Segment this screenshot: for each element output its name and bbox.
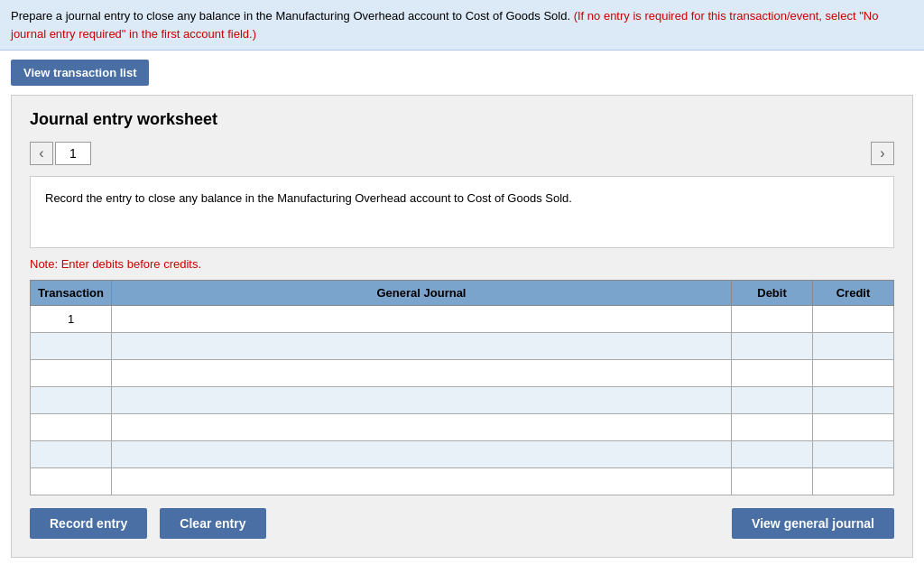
cell-debit[interactable] [732,387,813,414]
toolbar: View transaction list [0,51,924,95]
cell-transaction [31,333,112,360]
credit-input[interactable] [817,417,890,439]
general-journal-input[interactable] [116,336,727,357]
cell-debit[interactable] [732,468,813,495]
instruction-main-text: Prepare a journal entry to close any bal… [11,9,570,23]
view-transaction-list-button[interactable]: View transaction list [11,60,149,86]
cell-general-journal[interactable] [112,414,732,441]
debit-input[interactable] [735,390,808,412]
table-row [31,414,894,441]
col-header-general-journal: General Journal [112,281,732,306]
instruction-bar: Prepare a journal entry to close any bal… [0,0,924,51]
cell-transaction [31,387,112,414]
debit-input[interactable] [735,336,808,357]
cell-credit[interactable] [813,468,894,495]
cell-general-journal[interactable] [112,441,732,468]
cell-credit[interactable] [813,306,894,333]
nav-row: ‹ › [30,142,894,165]
table-row [31,468,894,495]
credit-input[interactable] [817,390,890,412]
cell-debit[interactable] [732,441,813,468]
credit-input[interactable] [817,471,890,493]
table-row [31,441,894,468]
cell-general-journal[interactable] [112,333,732,360]
clear-entry-button[interactable]: Clear entry [160,508,265,539]
cell-transaction [31,414,112,441]
debit-input[interactable] [735,471,808,493]
description-box: Record the entry to close any balance in… [30,176,894,248]
button-row: Record entry Clear entry View general jo… [30,508,894,539]
general-journal-input[interactable] [116,390,727,412]
view-general-journal-button[interactable]: View general journal [732,508,894,539]
cell-credit[interactable] [813,441,894,468]
cell-credit[interactable] [813,333,894,360]
debit-input[interactable] [735,417,808,439]
cell-credit[interactable] [813,387,894,414]
debit-input[interactable] [735,444,808,466]
page-number-input[interactable] [55,142,91,165]
cell-credit[interactable] [813,414,894,441]
cell-general-journal[interactable] [112,360,732,387]
col-header-debit: Debit [732,281,813,306]
description-text: Record the entry to close any balance in… [45,191,572,205]
table-row [31,387,894,414]
general-journal-input[interactable] [116,417,727,439]
table-row: 1 [31,306,894,333]
cell-general-journal[interactable] [112,468,732,495]
general-journal-input[interactable] [116,309,727,330]
col-header-transaction: Transaction [31,281,112,306]
worksheet-title: Journal entry worksheet [30,110,894,129]
cell-credit[interactable] [813,360,894,387]
record-entry-button[interactable]: Record entry [30,508,147,539]
cell-transaction: 1 [31,306,112,333]
credit-input[interactable] [817,444,890,466]
cell-general-journal[interactable] [112,306,732,333]
cell-debit[interactable] [732,414,813,441]
table-row [31,333,894,360]
journal-table: Transaction General Journal Debit Credit… [30,280,894,495]
cell-debit[interactable] [732,306,813,333]
table-row [31,360,894,387]
prev-page-button[interactable]: ‹ [30,142,53,165]
general-journal-input[interactable] [116,363,727,384]
debit-input[interactable] [735,309,808,330]
general-journal-input[interactable] [116,444,727,466]
worksheet-container: Journal entry worksheet ‹ › Record the e… [11,95,913,558]
cell-transaction [31,441,112,468]
cell-debit[interactable] [732,333,813,360]
cell-general-journal[interactable] [112,387,732,414]
col-header-credit: Credit [813,281,894,306]
note-text: Note: Enter debits before credits. [30,257,894,271]
cell-transaction [31,468,112,495]
cell-transaction [31,360,112,387]
next-page-button[interactable]: › [871,142,894,165]
table-header-row: Transaction General Journal Debit Credit [31,281,894,306]
general-journal-input[interactable] [116,471,727,493]
debit-input[interactable] [735,363,808,384]
credit-input[interactable] [817,363,890,384]
cell-debit[interactable] [732,360,813,387]
credit-input[interactable] [817,309,890,330]
credit-input[interactable] [817,336,890,357]
